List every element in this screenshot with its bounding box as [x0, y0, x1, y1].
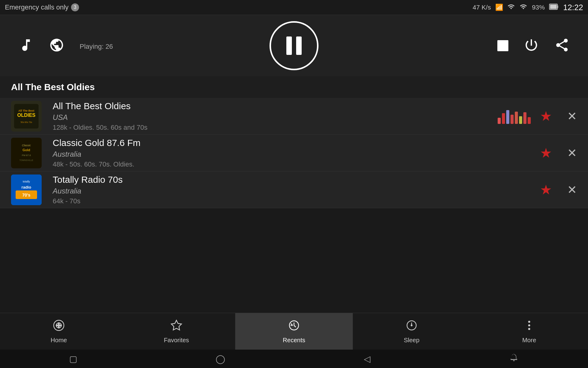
svg-text:50s 60s 70s: 50s 60s 70s — [21, 121, 32, 123]
station-desc-1: 128k - Oldies. 50s. 60s and 70s — [53, 124, 498, 132]
station-name-2: Classic Gold 87.6 Fm — [53, 138, 540, 148]
favorite-button-3[interactable]: ★ — [540, 182, 552, 197]
nav-item-more[interactable]: More — [470, 313, 588, 350]
bottom-nav: Home Favorites Recents — [0, 313, 588, 350]
nav-label-favorites: Favorites — [164, 337, 189, 344]
nav-label-more: More — [522, 337, 536, 344]
svg-point-27 — [528, 328, 530, 330]
android-square-button[interactable]: ▢ — [69, 354, 77, 364]
android-back-button[interactable]: ◁ — [364, 354, 371, 364]
svg-rect-7 — [11, 138, 42, 168]
home-icon — [53, 319, 65, 334]
table-row[interactable]: totally radio 70's Totally Radio 70s Aus… — [0, 171, 588, 208]
status-time: 12:22 — [563, 3, 583, 12]
station-thumbnail-2: Classic Gold FM 87.6 TOWNSVILLE — [11, 138, 42, 168]
svg-rect-12 — [11, 174, 42, 205]
playing-text: Playing: 26 — [80, 43, 113, 51]
android-nav: ▢ ◯ ◁ — [0, 350, 588, 368]
more-icon — [523, 319, 535, 334]
station-thumbnail-1: All The Best OLDIES 50s 60s 70s — [11, 101, 42, 132]
status-bar: Emergency calls only 3 47 K/s 📶 93% 12:2… — [0, 0, 588, 15]
remove-button-1[interactable]: ✕ — [567, 109, 577, 123]
svg-text:70's: 70's — [22, 193, 31, 197]
nav-label-sleep: Sleep — [404, 337, 419, 344]
remove-button-2[interactable]: ✕ — [567, 146, 577, 160]
svg-text:totally: totally — [23, 180, 30, 183]
station-thumbnail-3: totally radio 70's — [11, 174, 42, 205]
wifi-icon — [519, 3, 528, 12]
station-info-3: Totally Radio 70s Australia 64k - 70s — [53, 174, 540, 205]
svg-point-25 — [528, 321, 530, 323]
battery-percent: 93% — [532, 4, 545, 11]
share-button[interactable] — [554, 37, 570, 54]
svg-text:radio: radio — [21, 185, 31, 190]
svg-text:OLDIES: OLDIES — [17, 113, 36, 118]
svg-text:TOWNSVILLE: TOWNSVILLE — [20, 159, 33, 161]
svg-text:Classic: Classic — [22, 144, 31, 147]
station-country-2: Australia — [53, 150, 540, 159]
music-note-icon[interactable] — [18, 37, 34, 54]
section-title: All The Best Oldies — [0, 76, 588, 98]
nav-label-recents: Recents — [283, 337, 305, 344]
power-button[interactable] — [524, 37, 539, 54]
globe-icon[interactable] — [49, 37, 64, 54]
station-list: All The Best OLDIES 50s 60s 70s All The … — [0, 98, 588, 208]
nav-item-home[interactable]: Home — [0, 313, 118, 350]
svg-rect-20 — [56, 324, 62, 326]
pause-button[interactable] — [270, 21, 318, 70]
station-name-3: Totally Radio 70s — [53, 174, 540, 185]
svg-rect-1 — [550, 5, 557, 9]
favorites-icon — [170, 319, 183, 334]
controls-bar: Playing: 26 — [0, 15, 588, 76]
network-speed: 47 K/s — [473, 4, 491, 11]
signal-icon — [507, 3, 515, 12]
svg-point-26 — [528, 324, 530, 326]
favorite-button-2[interactable]: ★ — [540, 145, 552, 161]
station-info-2: Classic Gold 87.6 Fm Australia 48k - 50s… — [53, 138, 540, 168]
recents-icon — [288, 319, 300, 334]
nav-item-recents[interactable]: Recents — [235, 313, 353, 350]
station-desc-2: 48k - 50s. 60s. 70s. Oldies. — [53, 160, 540, 168]
svg-text:FM 87.6: FM 87.6 — [22, 154, 31, 157]
remove-button-3[interactable]: ✕ — [567, 183, 577, 197]
station-info-1: All The Best Oldies USA 128k - Oldies. 5… — [53, 101, 498, 132]
favorite-button-1[interactable]: ★ — [540, 108, 552, 124]
sleep-icon — [405, 319, 418, 334]
notification-badge: 3 — [71, 3, 79, 11]
station-country-3: Australia — [53, 187, 540, 195]
station-country-1: USA — [53, 113, 498, 122]
table-row[interactable]: Classic Gold FM 87.6 TOWNSVILLE Classic … — [0, 135, 588, 171]
station-name-1: All The Best Oldies — [53, 101, 498, 111]
equalizer-bars — [498, 109, 531, 124]
stop-button[interactable] — [497, 40, 508, 51]
svg-text:All The Best: All The Best — [18, 109, 34, 112]
nav-item-favorites[interactable]: Favorites — [118, 313, 235, 350]
android-home-button[interactable]: ◯ — [216, 354, 225, 364]
table-row[interactable]: All The Best OLDIES 50s 60s 70s All The … — [0, 98, 588, 135]
svg-text:Gold: Gold — [22, 148, 30, 152]
emergency-text: Emergency calls only — [5, 3, 69, 11]
svg-marker-21 — [171, 320, 181, 330]
nav-item-sleep[interactable]: Sleep — [353, 313, 470, 350]
android-notification-button[interactable] — [509, 353, 519, 365]
bluetooth-icon: 📶 — [495, 4, 503, 11]
battery-icon — [549, 4, 559, 11]
nav-label-home: Home — [51, 337, 67, 344]
station-desc-3: 64k - 70s — [53, 197, 540, 205]
svg-point-24 — [411, 325, 412, 326]
